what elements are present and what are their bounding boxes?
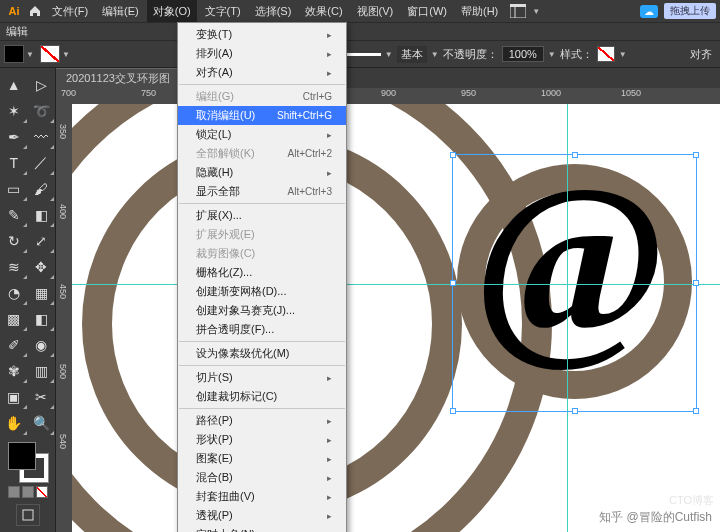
tool-gradient[interactable]: ◧ — [28, 306, 56, 332]
color-mode-none[interactable] — [36, 486, 48, 498]
tool-slice[interactable]: ✂ — [28, 384, 56, 410]
tool-blend[interactable]: ◉ — [28, 332, 56, 358]
tool-symbol-sprayer[interactable]: ✾ — [0, 358, 28, 384]
tool-artboard[interactable]: ▣ — [0, 384, 28, 410]
ruler-tick: 950 — [461, 88, 476, 98]
menu-item[interactable]: 混合(B)▸ — [178, 468, 346, 487]
menu-item[interactable]: 显示全部Alt+Ctrl+3 — [178, 182, 346, 201]
opacity-dropdown[interactable]: ▼ — [548, 50, 556, 59]
stroke-dropdown[interactable]: ▼ — [385, 50, 393, 59]
fill-stroke-indicator[interactable] — [8, 442, 48, 482]
menu-item[interactable]: 排列(A)▸ — [178, 44, 346, 63]
tool-scale[interactable]: ⤢ — [28, 228, 56, 254]
menu-help[interactable]: 帮助(H) — [455, 0, 504, 22]
tool-type[interactable]: T — [0, 150, 28, 176]
menu-item[interactable]: 栅格化(Z)... — [178, 263, 346, 282]
resize-handle[interactable] — [450, 152, 456, 158]
menu-object[interactable]: 对象(O) — [147, 0, 197, 22]
brush-basic[interactable]: 基本 — [397, 46, 427, 63]
menu-item[interactable]: 隐藏(H)▸ — [178, 163, 346, 182]
tool-graph[interactable]: ▥ — [28, 358, 56, 384]
menu-item[interactable]: 锁定(L)▸ — [178, 125, 346, 144]
menu-window[interactable]: 窗口(W) — [401, 0, 453, 22]
resize-handle[interactable] — [572, 152, 578, 158]
menu-item: 裁剪图像(C) — [178, 244, 346, 263]
brush-dropdown[interactable]: ▼ — [431, 50, 439, 59]
home-icon[interactable] — [26, 2, 44, 20]
tool-direct-select[interactable]: ▷ — [28, 72, 56, 98]
resize-handle[interactable] — [693, 152, 699, 158]
fill-swatch[interactable]: ▼ — [4, 45, 34, 63]
tool-width[interactable]: ≋ — [0, 254, 28, 280]
style-dropdown[interactable]: ▼ — [619, 50, 627, 59]
tool-rotate[interactable]: ↻ — [0, 228, 28, 254]
menu-item[interactable]: 对齐(A)▸ — [178, 63, 346, 82]
layout-dropdown[interactable]: ▼ — [532, 7, 540, 16]
watermark-side: CTO博客 — [669, 493, 714, 508]
tool-magic-wand[interactable]: ✶ — [0, 98, 28, 124]
resize-handle[interactable] — [693, 408, 699, 414]
fill-color[interactable] — [8, 442, 36, 470]
canvas[interactable]: @ — [72, 104, 720, 532]
toolbox-more[interactable]: ⋯ — [0, 526, 56, 532]
draw-mode[interactable] — [16, 504, 40, 526]
color-mode-gradient[interactable] — [22, 486, 34, 498]
menu-type[interactable]: 文字(T) — [199, 0, 247, 22]
menu-item[interactable]: 扩展(X)... — [178, 206, 346, 225]
mode-label: 编辑 — [6, 24, 28, 39]
tool-perspective[interactable]: ▦ — [28, 280, 56, 306]
menu-item[interactable]: 创建对象马赛克(J)... — [178, 301, 346, 320]
tool-free-transform[interactable]: ✥ — [28, 254, 56, 280]
menu-item[interactable]: 形状(P)▸ — [178, 430, 346, 449]
menu-item: 全部解锁(K)Alt+Ctrl+2 — [178, 144, 346, 163]
tool-hand[interactable]: ✋ — [0, 410, 28, 436]
tool-shape-builder[interactable]: ◔ — [0, 280, 28, 306]
resize-handle[interactable] — [693, 280, 699, 286]
menu-edit[interactable]: 编辑(E) — [96, 0, 145, 22]
menu-item[interactable]: 拼合透明度(F)... — [178, 320, 346, 339]
menu-view[interactable]: 视图(V) — [351, 0, 400, 22]
watermark-main: 知乎 @冒险的Cutfish — [599, 509, 712, 526]
tool-lasso[interactable]: ➰ — [28, 98, 56, 124]
document-tab[interactable]: 20201123交叉环形图 — [56, 68, 180, 88]
style-label: 样式： — [560, 47, 593, 62]
menu-item[interactable]: 创建渐变网格(D)... — [178, 282, 346, 301]
resize-handle[interactable] — [450, 280, 456, 286]
stroke-swatch[interactable]: ▼ — [40, 45, 70, 63]
opacity-input[interactable]: 100% — [502, 46, 544, 62]
tool-shaper[interactable]: ✎ — [0, 202, 28, 228]
tool-rectangle[interactable]: ▭ — [0, 176, 28, 202]
menu-item[interactable]: 透视(P)▸ — [178, 506, 346, 525]
menu-item[interactable]: 取消编组(U)Shift+Ctrl+G — [178, 106, 346, 125]
menu-effect[interactable]: 效果(C) — [299, 0, 348, 22]
menu-item[interactable]: 图案(E)▸ — [178, 449, 346, 468]
style-swatch[interactable] — [597, 46, 615, 62]
tool-paintbrush[interactable]: 🖌 — [28, 176, 56, 202]
upload-tip[interactable]: 拖拽上传 — [664, 3, 716, 19]
cloud-icon[interactable]: ☁ — [640, 5, 658, 18]
menu-item[interactable]: 设为像素级优化(M) — [178, 344, 346, 363]
tool-line[interactable]: ／ — [28, 150, 56, 176]
menu-item[interactable]: 变换(T)▸ — [178, 25, 346, 44]
layout-icon[interactable] — [506, 4, 530, 18]
menu-item[interactable]: 切片(S)▸ — [178, 368, 346, 387]
selection-bounding-box[interactable] — [452, 154, 697, 412]
tool-eyedropper[interactable]: ✐ — [0, 332, 28, 358]
resize-handle[interactable] — [572, 408, 578, 414]
menu-item[interactable]: 封套扭曲(V)▸ — [178, 487, 346, 506]
tool-eraser[interactable]: ◧ — [28, 202, 56, 228]
tool-curvature[interactable]: 〰 — [28, 124, 56, 150]
tool-mesh[interactable]: ▩ — [0, 306, 28, 332]
tool-zoom[interactable]: 🔍 — [28, 410, 56, 436]
color-mode-solid[interactable] — [8, 486, 20, 498]
menu-select[interactable]: 选择(S) — [249, 0, 298, 22]
tool-selection[interactable]: ▲ — [0, 72, 28, 98]
ruler-tick: 900 — [381, 88, 396, 98]
menu-item[interactable]: 路径(P)▸ — [178, 411, 346, 430]
align-label[interactable]: 对齐 — [690, 47, 716, 62]
menu-item[interactable]: 创建裁切标记(C) — [178, 387, 346, 406]
tool-pen[interactable]: ✒ — [0, 124, 28, 150]
resize-handle[interactable] — [450, 408, 456, 414]
menu-item[interactable]: 实时上色(N)▸ — [178, 525, 346, 532]
menu-file[interactable]: 文件(F) — [46, 0, 94, 22]
